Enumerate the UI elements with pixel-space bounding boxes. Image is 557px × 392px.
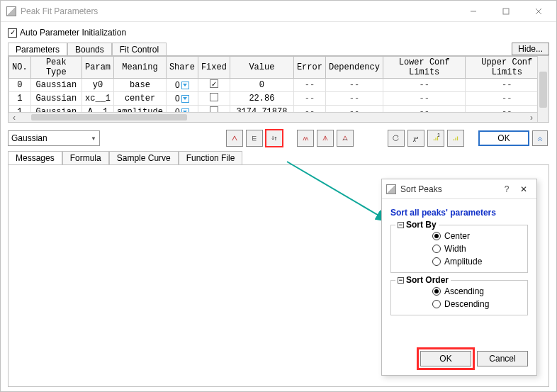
output-tabs: Messages Formula Sample Curve Function F… — [8, 151, 549, 164]
dialog-icon — [386, 184, 396, 194]
tab-function-file[interactable]: Function File — [179, 151, 243, 164]
remove-peak-button[interactable] — [246, 130, 263, 147]
col-value[interactable]: Value — [230, 57, 293, 79]
svg-rect-6 — [434, 139, 434, 140]
radio-ascending[interactable]: Ascending — [432, 286, 522, 296]
fix-peak-button[interactable] — [317, 130, 334, 147]
radio-icon — [432, 287, 441, 296]
window-title: Peak Fit Parameters — [21, 6, 457, 16]
sort-peaks-dialog: Sort Peaks ? ✕ Sort all peaks' parameter… — [381, 179, 537, 376]
svg-rect-11 — [455, 138, 456, 140]
maximize-button[interactable] — [490, 1, 522, 21]
col-dep[interactable]: Dependency — [325, 57, 383, 79]
radio-amplitude[interactable]: Amplitude — [432, 257, 522, 267]
add-peak-button[interactable] — [226, 130, 243, 147]
svg-text:χ²: χ² — [412, 135, 418, 142]
expand-button[interactable] — [532, 130, 548, 146]
radio-icon — [432, 245, 441, 253]
dialog-help-button[interactable]: ? — [498, 184, 515, 194]
dialog-title: Sort Peaks — [400, 184, 498, 194]
auto-init-label: Auto Parameter Initialization — [20, 28, 126, 38]
hide-button[interactable]: Hide... — [512, 43, 549, 55]
table-row[interactable]: 1Gaussianxc__1center022.86-------- — [9, 92, 548, 106]
dialog-cancel-button[interactable]: Cancel — [477, 351, 528, 366]
radio-width[interactable]: Width — [432, 244, 522, 254]
col-meaning[interactable]: Meaning — [114, 57, 167, 79]
col-lc[interactable]: Lower Conf Limits — [383, 57, 466, 79]
peak-type-combo[interactable]: Gaussian ▼ — [8, 130, 100, 146]
sort-peaks-button[interactable] — [266, 130, 283, 147]
svg-rect-7 — [435, 138, 436, 140]
radio-icon — [432, 257, 441, 266]
radio-icon — [432, 300, 441, 308]
svg-text:1: 1 — [437, 133, 439, 138]
peak-toolbar: Gaussian ▼ χ² 1 OK — [8, 130, 549, 147]
dialog-titlebar: Sort Peaks ? ✕ — [382, 179, 536, 199]
toolbar-ok-button[interactable]: OK — [478, 130, 529, 146]
fit-until-converge-button[interactable] — [447, 130, 464, 147]
tab-bounds[interactable]: Bounds — [67, 43, 112, 57]
param-tabs: Parameters Bounds Fit Control — [8, 42, 167, 56]
checkbox-icon — [8, 28, 17, 38]
tab-parameters[interactable]: Parameters — [8, 43, 67, 57]
collapse-icon[interactable]: − — [398, 277, 404, 284]
tab-fit-control[interactable]: Fit Control — [112, 43, 167, 57]
auto-init-checkbox[interactable]: Auto Parameter Initialization — [8, 28, 549, 38]
col-param[interactable]: Param — [82, 57, 114, 79]
titlebar: Peak Fit Parameters — [1, 1, 556, 22]
one-iter-button[interactable]: 1 — [427, 130, 444, 147]
radio-descending[interactable]: Descending — [432, 299, 522, 309]
col-uc[interactable]: Upper Conf Limits — [466, 57, 548, 79]
sort-by-group: −Sort By Center Width Amplitude — [390, 225, 528, 273]
dialog-close-button[interactable]: ✕ — [515, 184, 532, 194]
replicate-peak-button[interactable] — [297, 130, 314, 147]
grid-h-scrollbar[interactable]: ‹› — [9, 112, 537, 122]
sort-order-group: −Sort Order Ascending Descending — [390, 280, 528, 315]
col-share[interactable]: Share — [166, 57, 198, 79]
table-row[interactable]: 0Gaussiany0base00-------- — [9, 79, 548, 92]
col-no[interactable]: NO. — [9, 57, 31, 79]
radio-center[interactable]: Center — [432, 231, 522, 241]
col-fixed[interactable]: Fixed — [198, 57, 230, 79]
grid-v-scrollbar[interactable] — [537, 56, 548, 122]
combo-value: Gaussian — [11, 133, 47, 143]
col-type[interactable]: Peak Type — [30, 57, 81, 79]
svg-rect-10 — [454, 139, 454, 140]
tab-messages[interactable]: Messages — [8, 151, 62, 164]
dialog-ok-button[interactable]: OK — [420, 351, 471, 366]
tab-formula[interactable]: Formula — [62, 151, 109, 164]
svg-rect-1 — [503, 9, 509, 14]
chi-sq-button[interactable]: χ² — [407, 130, 424, 147]
app-icon — [6, 6, 16, 16]
init-params-button[interactable] — [388, 130, 405, 147]
close-button[interactable] — [522, 1, 555, 21]
chevron-down-icon: ▼ — [91, 135, 96, 142]
minimize-button[interactable] — [457, 1, 490, 21]
radio-icon — [432, 232, 441, 240]
share-peak-button[interactable] — [337, 130, 354, 147]
col-error[interactable]: Error — [293, 57, 325, 79]
collapse-icon[interactable]: − — [398, 222, 404, 228]
tab-sample-curve[interactable]: Sample Curve — [109, 151, 179, 164]
dialog-heading: Sort all peaks' parameters — [390, 208, 528, 218]
parameters-grid: NO. Peak Type Param Meaning Share Fixed … — [8, 55, 549, 123]
svg-rect-12 — [457, 137, 458, 141]
